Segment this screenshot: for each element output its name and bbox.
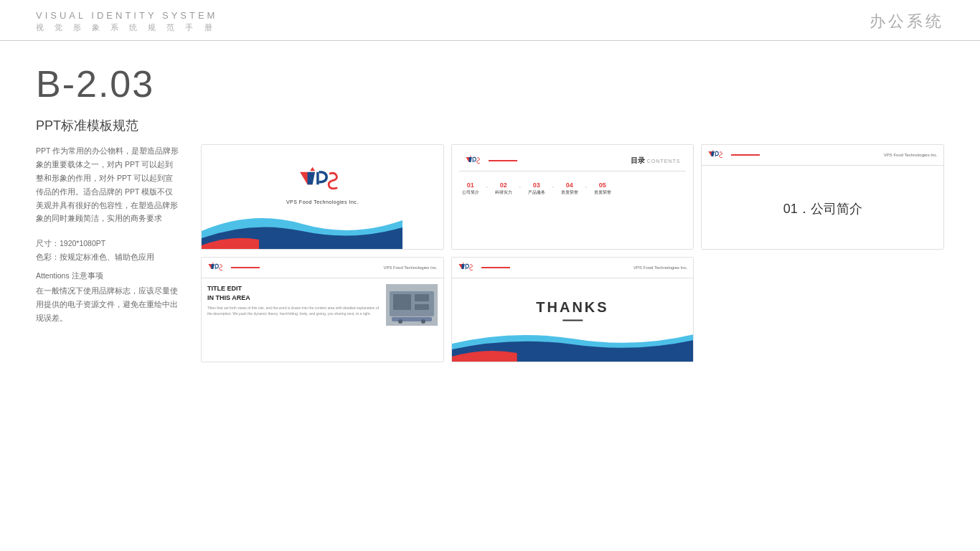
svg-rect-10 [715, 151, 716, 156]
main-content: B-2.03 PPT标准模板规范 PPT 作为常用的办公物料，是塑造品牌形象的重… [0, 41, 980, 384]
slide-section-card: VPS Food Technologies Inc. 01．公司简介 [701, 144, 944, 250]
nav-label-4: 资质荣誉 [561, 190, 578, 195]
nav-num-1: 01 [467, 182, 474, 189]
slide-cover-card: VPS Food Technologies Inc. [201, 144, 444, 250]
content-logo-icon [207, 261, 227, 274]
section-code: B-2.03 [36, 62, 944, 105]
cn-title: 办公系统 [870, 11, 944, 32]
content-text-area: TITLE EDIT IN THIS AREA Titles that set … [207, 284, 382, 359]
thanks-top-bar: VPS Food Technologies Inc. [452, 258, 694, 278]
spec-size: 尺寸：1920*1080PT [36, 237, 179, 250]
svg-rect-6 [472, 157, 473, 162]
slide-contents-card: 目录 CONTENTS 01 公司简介 › 02 科研实力 [451, 144, 694, 250]
cover-wave [202, 209, 402, 249]
left-text-panel: PPT 作为常用的办公物料，是塑造品牌形象的重要载体之一，对内 PPT 可以起到… [36, 144, 179, 362]
svg-rect-20 [415, 304, 429, 310]
section-title: PPT标准模板规范 [36, 117, 944, 134]
nav-item-1: 01 公司简介 [462, 182, 479, 195]
svg-marker-27 [462, 263, 463, 264]
section-top-bar: VPS Food Technologies Inc. [702, 145, 943, 166]
slide-thanks-card: VPS Food Technologies Inc. THANKS [451, 257, 694, 362]
nav-num-4: 04 [566, 182, 573, 189]
slide-section: VPS Food Technologies Inc. 01．公司简介 [702, 145, 943, 249]
section-logo-icon [707, 149, 727, 161]
svg-marker-5 [468, 157, 471, 162]
content-top-bar: VPS Food Technologies Inc. [202, 258, 443, 278]
content-area: PPT 作为常用的办公物料，是塑造品牌形象的重要载体之一，对内 PPT 可以起到… [36, 144, 944, 362]
nav-label-3: 产品服务 [528, 190, 545, 195]
nav-label-2: 科研实力 [495, 190, 512, 195]
page-header: VISUAL IDENTITY SYSTEM 视 觉 形 象 系 统 规 范 手… [0, 0, 980, 41]
nav-item-5: 05 资质荣誉 [594, 182, 611, 195]
svg-rect-18 [393, 294, 411, 310]
contents-top-bar: 目录 CONTENTS [459, 151, 687, 171]
nav-num-5: 05 [599, 182, 606, 189]
contents-nav: 01 公司简介 › 02 科研实力 › 03 产品服务 › [459, 182, 687, 195]
header-left: VISUAL IDENTITY SYSTEM 视 觉 形 象 系 统 规 范 手… [36, 10, 217, 33]
thanks-underline [562, 319, 583, 321]
svg-marker-13 [212, 264, 215, 269]
slide-content-card: VPS Food Technologies Inc. TITLE EDIT IN… [201, 257, 444, 362]
thanks-wave [452, 326, 694, 362]
svg-rect-2 [316, 172, 319, 185]
thanks-bar-line [481, 267, 510, 268]
content-slide-title: TITLE EDIT IN THIS AREA [207, 284, 382, 302]
slide-thanks: VPS Food Technologies Inc. THANKS [452, 258, 694, 362]
svg-marker-7 [469, 156, 471, 157]
svg-marker-9 [712, 151, 715, 156]
vis-subtitle: 视 觉 形 象 系 统 规 范 手 册 [36, 22, 217, 33]
svg-marker-11 [712, 150, 714, 151]
section-number: 01．公司简介 [783, 200, 862, 217]
section-bar-line [731, 154, 760, 156]
svg-point-23 [421, 319, 425, 324]
vis-title: VISUAL IDENTITY SYSTEM [36, 10, 217, 21]
nav-num-3: 03 [533, 182, 540, 189]
cover-logo: VPS Food Technologies Inc. [286, 166, 359, 204]
thanks-logo-icon [458, 261, 478, 274]
svg-point-22 [398, 319, 402, 324]
section-number-area: 01．公司简介 [702, 169, 943, 249]
nav-label-1: 公司简介 [462, 190, 479, 195]
thanks-content: THANKS [536, 298, 608, 321]
nav-item-3: 03 产品服务 [528, 182, 545, 195]
slide-cover: VPS Food Technologies Inc. [202, 145, 443, 249]
content-photo-placeholder [386, 284, 438, 326]
svg-rect-19 [415, 294, 429, 301]
content-body-area: TITLE EDIT IN THIS AREA Titles that set … [202, 281, 443, 362]
contents-title-en: CONTENTS [647, 159, 681, 164]
svg-rect-14 [215, 264, 216, 269]
header-right: 办公系统 [870, 11, 944, 32]
svg-rect-26 [465, 264, 466, 269]
vps-logo-icon [297, 166, 347, 195]
nav-num-2: 02 [500, 182, 507, 189]
thanks-company: VPS Food Technologies Inc. [633, 265, 687, 270]
nav-item-2: 02 科研实力 [495, 182, 512, 195]
content-slide-body: Titles that set forth views of this risk… [207, 306, 382, 316]
contents-bar-line [489, 160, 517, 161]
slide-contents: 目录 CONTENTS 01 公司简介 › 02 科研实力 [452, 145, 694, 249]
content-company: VPS Food Technologies Inc. [383, 265, 437, 270]
svg-marker-15 [212, 263, 214, 264]
svg-marker-1 [307, 172, 315, 185]
section-company: VPS Food Technologies Inc. [884, 153, 938, 157]
svg-rect-21 [392, 317, 432, 321]
svg-marker-25 [461, 264, 464, 269]
thanks-text: THANKS [536, 298, 608, 315]
attention-title: Attentions 注意事项 [36, 271, 179, 281]
machine-illustration [386, 284, 438, 326]
nav-item-4: 04 资质荣誉 [561, 182, 578, 195]
spec-color: 色彩：按规定标准色、辅助色应用 [36, 250, 179, 264]
slides-grid: VPS Food Technologies Inc. [201, 144, 944, 362]
contents-logo-icon [465, 154, 485, 167]
description-text: PPT 作为常用的办公物料，是塑造品牌形象的重要载体之一，对内 PPT 可以起到… [36, 144, 179, 225]
content-bar-line [231, 267, 260, 268]
cover-company-name: VPS Food Technologies Inc. [286, 199, 359, 204]
slide-content: VPS Food Technologies Inc. TITLE EDIT IN… [202, 258, 443, 362]
contents-title-cn: 目录 [631, 156, 645, 166]
nav-label-5: 资质荣誉 [594, 190, 611, 195]
attention-text: 在一般情况下使用品牌标志，应该尽量使用提供的电子资源文件，避免在重绘中出现误差。 [36, 284, 179, 325]
svg-marker-3 [310, 167, 315, 171]
